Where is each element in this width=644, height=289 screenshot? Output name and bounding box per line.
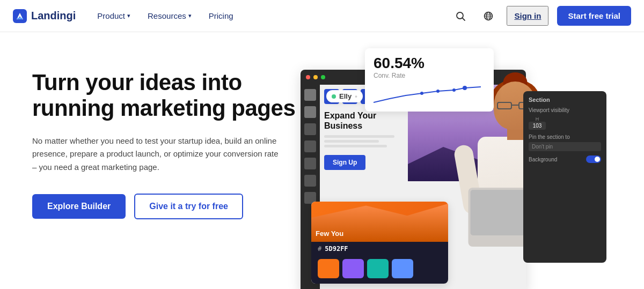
nav-product[interactable]: Product ▾ (89, 0, 139, 32)
hero-buttons: Explore Builder Give it a try for free (32, 194, 311, 219)
elly-label: Elly • (326, 90, 363, 102)
background-row: Background (529, 155, 601, 163)
elly-name: Elly (339, 92, 352, 100)
mountain-shape (408, 138, 526, 181)
swatch-teal (367, 259, 389, 278)
lp-signup-button[interactable]: Sign Up (324, 155, 365, 170)
lp-heading: Expand Your Business (324, 110, 402, 131)
brand-name: Landingi (31, 10, 76, 22)
hero-description: No matter whether you need to test your … (32, 135, 279, 174)
dont-pin-option: Don't pin (529, 142, 601, 151)
svg-rect-2 (17, 18, 23, 19)
section-label: Section (529, 97, 601, 103)
swatch-purple (342, 259, 364, 278)
color-card-image: Few You (311, 202, 448, 242)
conversion-chart (374, 84, 485, 105)
navbar-right: Sign in Start free trial (451, 6, 631, 26)
height-control: H 103 (529, 116, 546, 130)
viewport-label: Viewport visibility (529, 107, 601, 113)
toggle-knob (595, 157, 600, 162)
swatch-blue (392, 259, 413, 278)
signin-button[interactable]: Sign in (507, 6, 548, 26)
svg-point-12 (436, 90, 440, 93)
close-dot (306, 75, 310, 79)
minimize-dot (313, 75, 318, 79)
nav-resources[interactable]: Resources ▾ (139, 0, 200, 32)
background-label: Background (529, 157, 557, 162)
lp-line-3 (324, 145, 387, 147)
color-card-text: Few You (316, 229, 343, 238)
tool-icon (304, 123, 316, 135)
color-palette-card: Few You # 5D92FF (311, 202, 448, 284)
conversion-rate-label: Conv. Rate (374, 72, 485, 79)
lp-line-2 (324, 140, 379, 143)
svg-line-4 (463, 18, 465, 20)
lp-line-1 (324, 135, 394, 138)
navbar: Landingi Product ▾ Resources ▾ Pricing (0, 0, 644, 32)
nav-pricing[interactable]: Pricing (200, 0, 242, 32)
size-row: H 103 (529, 116, 601, 130)
hex-hash: # (318, 245, 321, 253)
height-label: H (536, 116, 539, 122)
tool-icon (304, 158, 316, 169)
conversion-rate-value: 60.54% (374, 55, 485, 72)
hero-section: Turn your ideas into running marketing p… (0, 32, 644, 289)
hero-right: 60.54% Conv. Rate Elly • (301, 54, 612, 289)
hex-row: # 5D92FF (311, 242, 448, 256)
svg-point-10 (463, 86, 467, 90)
tool-icon (304, 175, 316, 187)
search-icon[interactable] (451, 6, 470, 26)
properties-panel: Section Viewport visibility H 103 Pin th… (523, 91, 606, 263)
free-trial-button[interactable]: Give it a try for free (134, 194, 243, 219)
color-swatches (311, 256, 448, 284)
maximize-dot (321, 75, 325, 79)
globe-icon[interactable] (479, 6, 498, 26)
height-value: 103 (529, 122, 546, 130)
explore-builder-button[interactable]: Explore Builder (32, 194, 126, 219)
svg-point-11 (452, 88, 456, 92)
chevron-down-icon: ▾ (127, 12, 130, 19)
logo[interactable]: Landingi (13, 9, 76, 23)
svg-point-3 (457, 12, 463, 19)
svg-point-13 (420, 92, 423, 95)
tool-icon (304, 140, 316, 152)
hero-left: Turn your ideas into running marketing p… (32, 54, 311, 219)
conversion-rate-card: 60.54% Conv. Rate (365, 48, 494, 112)
tool-icon (304, 106, 316, 118)
start-trial-button[interactable]: Start free trial (557, 6, 631, 26)
hero-title: Turn your ideas into running marketing p… (32, 70, 311, 122)
online-indicator (332, 94, 336, 99)
toggle-switch[interactable] (586, 155, 601, 163)
pin-label: Pin the section to (529, 134, 601, 140)
elly-dot-icon: • (355, 92, 357, 100)
swatch-orange (318, 259, 339, 278)
navbar-left: Landingi Product ▾ Resources ▾ Pricing (13, 0, 242, 32)
lp-content: Expand Your Business Sign Up (324, 110, 402, 170)
hex-value: 5D92FF (325, 245, 348, 253)
chevron-down-icon: ▾ (188, 12, 192, 19)
tool-icon (304, 89, 316, 101)
